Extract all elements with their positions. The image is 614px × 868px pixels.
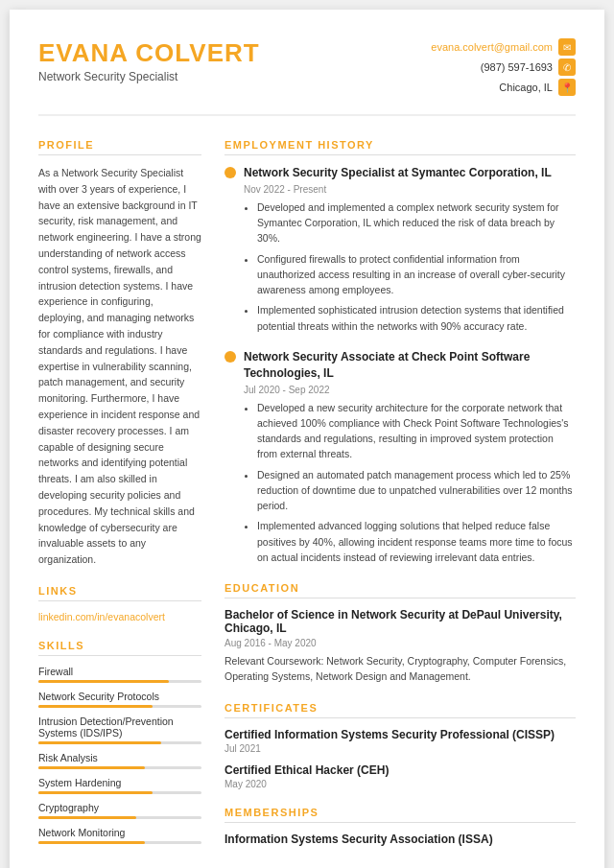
header-right: evana.colvert@gmail.com ✉ (987) 597-1693… [431,38,576,99]
resume-container: EVANA COLVERT Network Security Specialis… [10,10,604,868]
job-bullet: Configured firewalls to protect confiden… [257,251,576,298]
email-icon: ✉ [558,38,576,56]
skill-item: Risk Analysis [38,752,201,769]
memberships-list: Information Systems Security Association… [224,833,576,846]
skill-name: Cryptography [38,802,201,813]
job-bullets: Developed and implemented a complex netw… [244,199,576,334]
skill-bar-bg [38,791,201,794]
job-date: Nov 2022 - Present [244,184,576,195]
job-title: Network Security Specialist at Symantec … [244,165,552,181]
location-row: Chicago, IL 📍 [431,79,576,96]
employment-section-title: EMPLOYMENT HISTORY [224,139,576,155]
education-section-title: EDUCATION [224,582,576,598]
job-bullet: Implemented advanced logging solutions t… [257,518,576,565]
job-dot [224,351,236,363]
job-item: Network Security Associate at Check Poin… [224,349,576,565]
education-item: Bachelor of Science in Network Security … [224,608,576,685]
header-left: EVANA COLVERT Network Security Specialis… [38,38,260,83]
certificates-section-title: CERTIFICATES [224,702,576,718]
memberships-section-title: MEMBERSHIPS [224,807,576,823]
edu-desc: Relevant Coursework: Network Security, C… [224,653,576,685]
job-bullets: Developed a new security architecture fo… [244,400,576,566]
header: EVANA COLVERT Network Security Specialis… [38,38,576,116]
phone-text: (987) 597-1693 [481,61,553,73]
skill-bar-fill [38,705,153,708]
skill-name: Risk Analysis [38,752,201,763]
edu-date: Aug 2016 - May 2020 [224,638,576,648]
skill-bar-bg [38,766,201,769]
profile-text: As a Network Security Specialist with ov… [38,165,201,568]
certificates-list: Certified Information Systems Security P… [224,728,576,789]
job-header: Network Security Associate at Check Poin… [224,349,576,382]
skill-item: Firewall [38,666,201,683]
left-column: PROFILE As a Network Security Specialist… [38,139,201,852]
cert-item: Certified Information Systems Security P… [224,728,576,754]
skill-bar-bg [38,680,201,683]
skill-bar-fill [38,841,145,844]
cert-name: Certified Ethical Hacker (CEH) [224,763,576,777]
email-row: evana.colvert@gmail.com ✉ [431,38,576,56]
job-bullet: Developed and implemented a complex netw… [257,199,576,246]
job-date: Jul 2020 - Sep 2022 [244,385,576,395]
job-bullet: Designed an automated patch management p… [257,467,576,514]
skill-bar-fill [38,741,161,744]
skill-bar-bg [38,705,201,708]
skill-bar-bg [38,841,201,844]
applicant-name: EVANA COLVERT [38,38,260,68]
skill-bar-bg [38,741,201,744]
linkedin-link[interactable]: linkedin.com/in/evanacolvert [38,611,165,622]
job-dot [224,167,236,178]
job-bullet: Developed a new security architecture fo… [257,400,576,462]
skill-bar-fill [38,766,145,769]
skill-item: Cryptography [38,802,201,819]
skill-item: Network Security Protocols [38,691,201,708]
skills-list: Firewall Network Security Protocols Intr… [38,666,201,844]
job-header: Network Security Specialist at Symantec … [224,165,576,181]
cert-date: May 2020 [224,779,576,789]
cert-name: Certified Information Systems Security P… [224,728,576,741]
skill-item: System Hardening [38,777,201,794]
job-title: Network Security Associate at Check Poin… [244,349,576,382]
jobs-list: Network Security Specialist at Symantec … [224,165,576,565]
skill-name: System Hardening [38,777,201,788]
right-column: EMPLOYMENT HISTORY Network Security Spec… [224,139,576,852]
cert-date: Jul 2021 [224,743,576,754]
skills-section-title: SKILLS [38,640,201,656]
linkedin-link-item: linkedin.com/in/evanacolvert [38,611,201,622]
skill-name: Intrusion Detection/Prevention Systems (… [38,716,201,739]
profile-section-title: PROFILE [38,139,201,155]
membership-item: Information Systems Security Association… [224,833,576,846]
email-link[interactable]: evana.colvert@gmail.com [431,41,553,53]
skill-name: Network Security Protocols [38,691,201,702]
skill-bar-fill [38,791,153,794]
skill-bar-fill [38,680,169,683]
skill-item: Intrusion Detection/Prevention Systems (… [38,716,201,744]
skill-bar-bg [38,816,201,819]
phone-row: (987) 597-1693 ✆ [431,59,576,76]
skill-item: Network Monitoring [38,827,201,844]
location-text: Chicago, IL [499,82,553,93]
skill-bar-fill [38,816,136,819]
edu-degree: Bachelor of Science in Network Security … [224,608,576,635]
member-name: Information Systems Security Association… [224,833,576,846]
phone-icon: ✆ [558,59,576,76]
links-section-title: LINKS [38,585,201,601]
applicant-title: Network Security Specialist [38,70,260,83]
education-list: Bachelor of Science in Network Security … [224,608,576,685]
body: PROFILE As a Network Security Specialist… [38,139,576,852]
cert-item: Certified Ethical Hacker (CEH) May 2020 [224,763,576,789]
job-item: Network Security Specialist at Symantec … [224,165,576,334]
location-icon: 📍 [558,79,576,96]
skill-name: Network Monitoring [38,827,201,838]
job-bullet: Implemented sophisticated intrusion dete… [257,302,576,334]
skill-name: Firewall [38,666,201,677]
